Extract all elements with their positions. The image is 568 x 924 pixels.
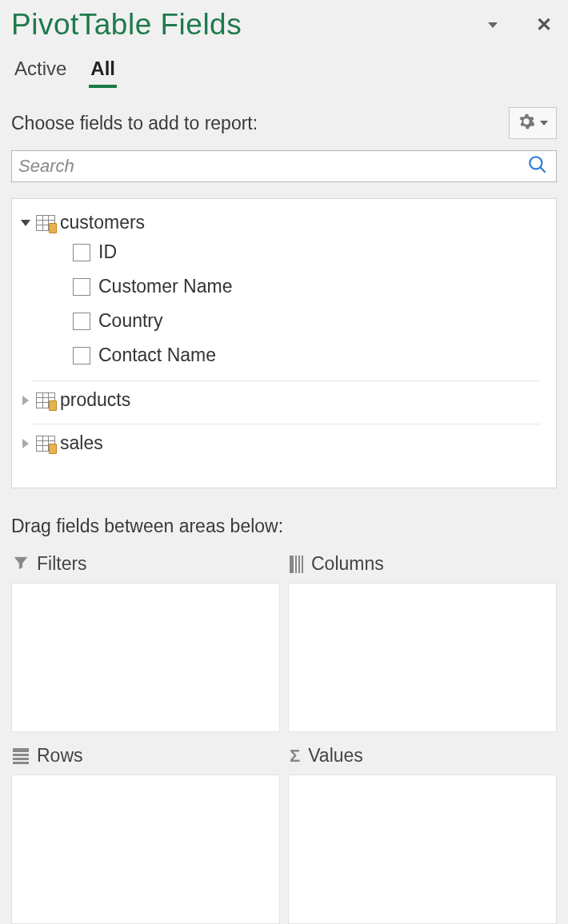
sigma-icon: Σ <box>290 746 300 767</box>
pane-dropdown-icon[interactable] <box>488 22 498 28</box>
divider <box>11 503 557 504</box>
values-dropzone[interactable] <box>288 775 557 924</box>
separator <box>31 424 540 424</box>
field-contact-name[interactable]: Contact Name <box>17 338 545 372</box>
table-products[interactable]: products <box>17 388 545 412</box>
field-label: Customer Name <box>98 276 232 297</box>
pane-title: PivotTable Fields <box>11 8 242 42</box>
drag-instruction: Drag fields between areas below: <box>11 516 557 537</box>
svg-line-1 <box>540 167 546 173</box>
rows-icon <box>13 748 29 764</box>
close-icon[interactable]: ✕ <box>536 15 552 34</box>
tab-bar: Active All <box>11 56 557 88</box>
field-id[interactable]: ID <box>17 235 545 269</box>
field-label: ID <box>98 241 117 263</box>
table-icon <box>36 436 55 452</box>
tab-all[interactable]: All <box>89 56 117 88</box>
field-customer-name[interactable]: Customer Name <box>17 269 545 304</box>
filter-icon <box>13 555 29 574</box>
area-title: Rows <box>37 745 83 767</box>
area-columns: Columns <box>288 548 557 732</box>
separator <box>31 380 540 381</box>
filters-dropzone[interactable] <box>11 583 280 732</box>
expand-icon[interactable] <box>20 439 31 448</box>
table-label: customers <box>60 212 145 233</box>
area-filters: Filters <box>11 548 280 732</box>
gear-icon <box>518 113 535 133</box>
instruction-label: Choose fields to add to report: <box>11 113 258 134</box>
expand-icon[interactable] <box>20 396 31 405</box>
area-rows: Rows <box>11 740 280 924</box>
field-list: customers ID Customer Name Country Conta… <box>11 198 557 488</box>
collapse-icon[interactable] <box>20 220 31 226</box>
checkbox[interactable] <box>73 278 90 296</box>
svg-point-0 <box>530 157 542 169</box>
table-icon <box>36 215 55 231</box>
search-icon <box>527 154 548 178</box>
area-values: Σ Values <box>288 740 557 924</box>
field-label: Contact Name <box>98 345 216 366</box>
tab-active[interactable]: Active <box>13 56 68 88</box>
table-sales[interactable]: sales <box>17 431 545 456</box>
columns-icon <box>290 556 303 573</box>
checkbox[interactable] <box>73 313 90 330</box>
table-customers[interactable]: customers <box>17 210 545 235</box>
tools-button[interactable] <box>509 107 557 139</box>
checkbox[interactable] <box>73 347 90 364</box>
table-label: products <box>60 389 130 411</box>
checkbox[interactable] <box>73 244 90 261</box>
table-icon <box>36 392 55 408</box>
table-label: sales <box>60 432 103 454</box>
search-input[interactable] <box>12 151 527 181</box>
field-country[interactable]: Country <box>17 304 545 338</box>
area-title: Columns <box>311 553 384 575</box>
field-label: Country <box>98 310 163 332</box>
rows-dropzone[interactable] <box>11 775 280 924</box>
search-box[interactable] <box>11 150 557 182</box>
area-title: Filters <box>37 553 87 575</box>
area-title: Values <box>308 745 363 767</box>
chevron-down-icon <box>540 121 548 125</box>
columns-dropzone[interactable] <box>288 583 557 732</box>
